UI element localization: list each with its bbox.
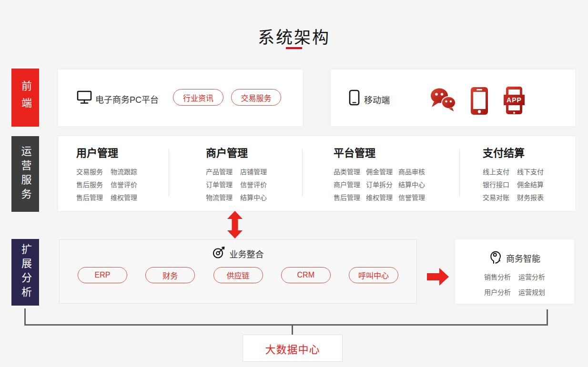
business-integration-card: 业务整合 ERP 财务 供应链 CRM 呼叫中心 [59, 239, 417, 304]
service-item: 佣金结算 [517, 179, 544, 191]
mobile-card: 移动端 [331, 69, 575, 126]
section-divider [169, 149, 169, 196]
service-item: 结算中心 [240, 191, 267, 204]
service-item: 售后管理 [76, 191, 103, 204]
bi-item: 用户分析 [484, 287, 511, 297]
monitor-icon [77, 90, 92, 106]
crm-button[interactable]: CRM [281, 267, 331, 283]
pc-platform-card: 电子商务PC平台 行业资讯 交易服务 [58, 69, 303, 126]
target-icon [213, 246, 225, 261]
service-item: 线上支付 [483, 166, 509, 179]
smartphone-icon [471, 87, 488, 117]
section-title: 用户管理 [76, 144, 137, 159]
service-item: 佣金管理 [366, 166, 393, 179]
service-item: 售后服务 [76, 179, 103, 191]
service-item: 品类管理 [334, 166, 360, 179]
section-divider [302, 149, 303, 196]
service-item: 产品管理 [206, 166, 233, 179]
architecture-diagram: 系统架构 前端 运营服务 扩展分析 电子商务PC平台 行业资讯 交易服务 移动端 [0, 0, 588, 367]
service-item: 订单管理 [206, 179, 233, 191]
rail-expansion-analysis: 扩展分析 [11, 239, 39, 306]
app-icon-badge: APP [504, 95, 525, 105]
industry-news-button[interactable]: 行业资讯 [173, 89, 223, 106]
connector-right-vertical [547, 309, 548, 325]
service-item: 售后管理 [334, 191, 360, 204]
service-item: 交易对账 [483, 191, 509, 204]
service-item: 订单拆分 [366, 179, 393, 191]
rail-frontend-label: 前端 [11, 80, 39, 115]
service-item: 交易服务 [76, 166, 103, 179]
bi-item: 运营分析 [518, 272, 545, 281]
bi-item: 运营规划 [518, 287, 545, 297]
service-item: 线下支付 [517, 166, 544, 179]
rail-frontend: 前端 [11, 69, 39, 127]
phone-outline-icon [349, 89, 360, 108]
service-item: 银行接口 [483, 179, 509, 191]
service-item: 结算中心 [398, 179, 425, 191]
connector-center-vertical [292, 325, 293, 335]
service-item: 维权管理 [111, 191, 137, 204]
head-idea-icon [489, 250, 502, 266]
section-user-management: 用户管理 交易服务物流跟踪 售后服务信誉评价 售后管理维权管理 [76, 144, 137, 204]
rail-operation-services: 运营服务 [11, 136, 39, 212]
service-item: 店铺管理 [240, 166, 267, 179]
section-merchant-management: 商户管理 产品管理店铺管理 订单管理信誉评价 物流管理结算中心 [206, 144, 267, 204]
updown-arrow-icon [226, 211, 244, 240]
connector-left-vertical [24, 308, 26, 325]
service-item: 商品审核 [398, 166, 425, 179]
service-item: 信誉评价 [111, 179, 137, 191]
finance-button[interactable]: 财务 [145, 267, 195, 283]
service-item: 财务报表 [517, 191, 544, 204]
supply-chain-button[interactable]: 供应链 [213, 267, 263, 283]
rail-operation-label: 运营服务 [17, 146, 34, 203]
trade-service-button[interactable]: 交易服务 [231, 89, 281, 106]
service-item: 维权管理 [366, 191, 393, 204]
service-item: 物流跟踪 [111, 166, 137, 179]
section-divider [459, 149, 460, 196]
call-center-button[interactable]: 呼叫中心 [349, 267, 398, 283]
rail-expansion-label: 扩展分析 [17, 244, 33, 301]
section-title: 支付结算 [483, 144, 544, 159]
app-icon-home-dot [513, 112, 515, 114]
bi-title: 商务智能 [506, 252, 540, 264]
title-underline [286, 47, 302, 49]
page-title: 系统架构 [0, 24, 588, 48]
erp-button[interactable]: ERP [78, 267, 127, 283]
bi-item: 销售分析 [484, 272, 511, 281]
wechat-icon [429, 87, 457, 115]
big-data-center-label: 大数据中心 [265, 341, 320, 356]
section-title: 商户管理 [206, 144, 267, 159]
business-intelligence-card: 商务智能 销售分析 运营分析 用户分析 运营规划 [455, 239, 574, 304]
right-arrow-icon [427, 268, 449, 288]
connector-horizontal [24, 324, 548, 326]
service-item: 信誉管理 [398, 191, 425, 204]
service-item: 信誉评价 [240, 179, 267, 191]
service-item: 物流管理 [206, 191, 233, 204]
section-platform-management: 平台管理 品类管理佣金管理商品审核 商户管理订单拆分结算中心 售后管理维权管理信… [334, 144, 425, 204]
operation-services-card: 用户管理 交易服务物流跟踪 售后服务信誉评价 售后管理维权管理 商户管理 产品管… [58, 136, 575, 211]
service-item: 商户管理 [334, 179, 360, 191]
integration-title: 业务整合 [230, 248, 264, 260]
section-title: 平台管理 [334, 144, 425, 159]
pc-platform-label: 电子商务PC平台 [95, 93, 159, 105]
mobile-label: 移动端 [364, 93, 390, 106]
section-payment-settlement: 支付结算 线上支付线下支付 银行接口佣金结算 交易对账财务报表 [483, 144, 544, 204]
big-data-center-node: 大数据中心 [243, 335, 343, 362]
